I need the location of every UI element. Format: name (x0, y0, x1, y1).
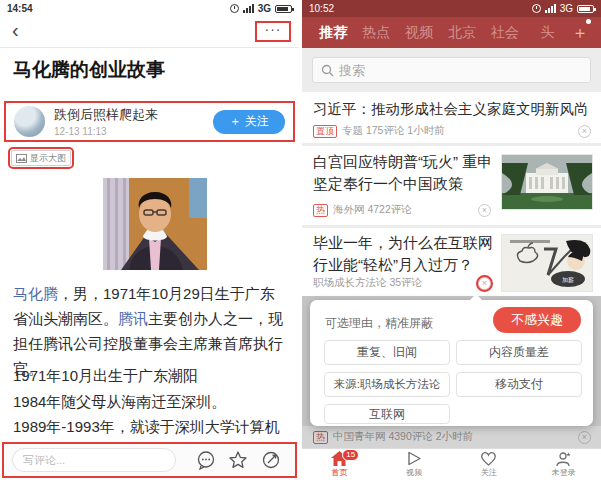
pinned-badge: 置顶 (313, 125, 337, 138)
network-type: 3G (258, 3, 271, 14)
play-icon (406, 451, 422, 466)
image-icon (16, 154, 27, 163)
battery-icon (577, 5, 594, 13)
news-thumbnail: 加薪 (501, 234, 593, 292)
nav-follow[interactable]: 关注 (452, 449, 527, 480)
news-meta: 置顶 专题 175评论 1小时前 × (313, 124, 591, 138)
news-item[interactable]: 白宫回应特朗普“玩火” 重申坚定奉行一个中国政策 热 海外网 4722评论 × (302, 146, 601, 225)
back-icon[interactable]: ‹ (12, 19, 19, 42)
network-type: 3G (560, 3, 573, 14)
channel-tab-bar: 推荐 热点 视频 北京 社会 头 ＋ (302, 17, 601, 48)
search-bar[interactable] (312, 57, 591, 83)
not-interested-button[interactable]: 不感兴趣 (493, 307, 581, 333)
signal-icon (545, 4, 556, 13)
author-name[interactable]: 跌倒后照样爬起来 (54, 106, 213, 124)
heart-icon (480, 451, 497, 466)
author-row[interactable]: 跌倒后照样爬起来 12-13 11:13 ＋ 关注 (4, 101, 295, 142)
dislike-popup: 可选理由，精准屏蔽 不感兴趣 重复、旧闻 内容质量差 来源:职场成长方法论 移动… (310, 300, 593, 426)
news-title[interactable]: 白宫回应特朗普“玩火” 重申坚定奉行一个中国政策 (313, 151, 498, 195)
status-bar: 10:52 3G (302, 0, 601, 17)
reason-chip[interactable]: 来源:职场成长方法论 (324, 372, 450, 397)
portrait-photo (103, 178, 207, 270)
more-options-icon[interactable]: ··· (257, 23, 289, 40)
news-title[interactable]: 毕业一年，为什么在互联网行业能“轻松”月入过万？ (313, 232, 498, 276)
news-meta: 职场成长方法论 35评论 × (313, 276, 491, 290)
article-paragraph: 1984年随父母从海南迁至深圳。 (13, 389, 289, 414)
link-tencent[interactable]: 腾讯 (118, 310, 148, 327)
battery-icon (275, 5, 292, 13)
tab-beijing[interactable]: 北京 (440, 24, 483, 42)
article-paragraph: 1971年10月出生于广东潮阳 (13, 363, 289, 388)
news-item[interactable]: 毕业一年，为什么在互联网行业能“轻松”月入过万？ 职场成长方法论 35评论 × (302, 228, 601, 296)
news-item[interactable]: 习近平：推动形成社会主义家庭文明新风尚 置顶 专题 175评论 1小时前 × (302, 92, 601, 143)
news-thumbnail (501, 154, 593, 210)
bottom-nav: 15 首页 视频 关注 未登录 (302, 448, 601, 480)
reason-chip[interactable]: 互联网 (324, 404, 450, 424)
share-icon[interactable] (261, 450, 281, 470)
reason-chip[interactable]: 重复、旧闻 (324, 340, 450, 365)
follow-button[interactable]: ＋ 关注 (213, 110, 285, 134)
status-bar: 14:54 3G (0, 0, 299, 17)
tab-video[interactable]: 视频 (398, 24, 441, 42)
comment-input[interactable] (12, 448, 176, 472)
dismiss-icon[interactable]: × (578, 125, 591, 138)
tab-society[interactable]: 社会 (483, 24, 526, 42)
article-screen: 14:54 3G ‹ ··· 马化腾的创业故事 跌倒后照样爬起来 12-13 1… (0, 0, 299, 480)
alarm-icon (532, 4, 541, 13)
alarm-icon (230, 4, 239, 13)
nav-profile[interactable]: 未登录 (526, 449, 601, 480)
svg-text:加薪: 加薪 (562, 276, 574, 283)
screenshot-canvas: 14:54 3G ‹ ··· 马化腾的创业故事 跌倒后照样爬起来 12-13 1… (0, 0, 601, 480)
add-channel-icon[interactable]: ＋ (569, 21, 591, 44)
home-badge: 15 (342, 449, 359, 461)
reason-chip[interactable]: 移动支付 (456, 372, 582, 397)
signal-icon (243, 4, 254, 13)
nav-home[interactable]: 15 首页 (302, 449, 377, 480)
comments-icon[interactable] (196, 450, 216, 470)
article-navbar: ‹ ··· (0, 17, 299, 48)
dismiss-icon-highlighted[interactable]: × (478, 277, 491, 290)
search-input[interactable] (339, 63, 539, 78)
favorite-star-icon[interactable] (228, 450, 248, 470)
news-title[interactable]: 习近平：推动形成社会主义家庭文明新风尚 (313, 98, 593, 120)
user-icon (555, 451, 572, 466)
nav-video[interactable]: 视频 (377, 449, 452, 480)
popup-hint: 可选理由，精准屏蔽 (325, 315, 433, 332)
reason-chip[interactable]: 内容质量差 (456, 340, 582, 365)
show-large-image-button[interactable]: 显示大图 (11, 150, 71, 166)
comic-illustration: 加薪 (502, 235, 592, 291)
search-icon (321, 64, 334, 77)
article-photo[interactable] (103, 178, 207, 270)
article-title: 马化腾的创业故事 (13, 57, 288, 83)
author-avatar[interactable] (14, 106, 45, 137)
tab-headline[interactable]: 头 (526, 24, 569, 42)
tab-hot[interactable]: 热点 (355, 24, 398, 42)
link-ma-huateng[interactable]: 马化腾 (13, 285, 58, 302)
feed-screen: 10:52 3G 推荐 热点 视频 北京 社会 头 ＋ 习近平：推动形成社会主义… (302, 0, 601, 480)
clock-time: 10:52 (309, 3, 334, 14)
clock-time: 14:54 (7, 3, 33, 14)
tab-recommend[interactable]: 推荐 (312, 24, 355, 42)
dismiss-icon[interactable]: × (478, 204, 491, 217)
hot-badge: 热 (313, 204, 328, 217)
publish-date: 12-13 11:13 (54, 126, 213, 137)
white-house-photo (502, 155, 592, 209)
comment-bar (2, 442, 297, 478)
news-meta: 热 海外网 4722评论 × (313, 203, 491, 217)
